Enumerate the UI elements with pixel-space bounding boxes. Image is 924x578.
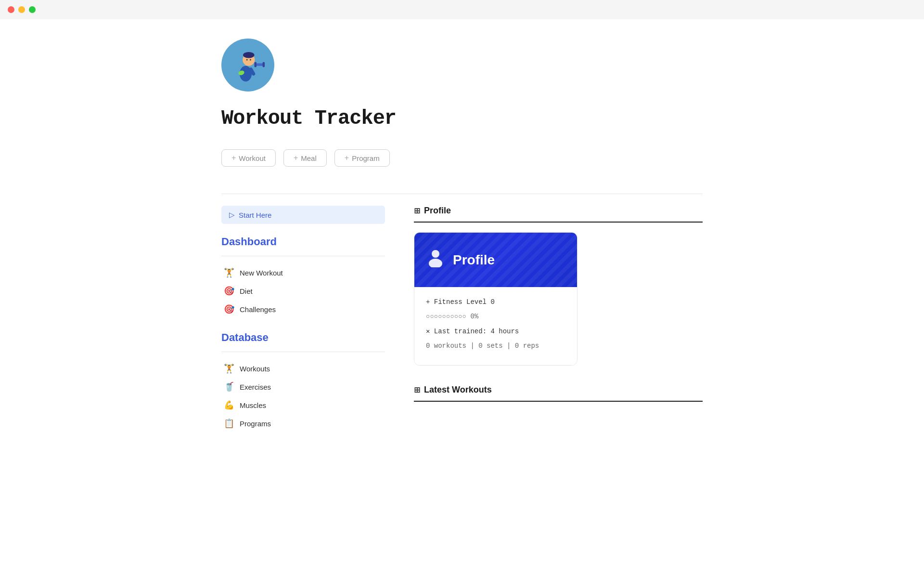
database-title: Database <box>221 331 385 344</box>
play-icon: ▷ <box>229 210 235 219</box>
sidebar: ▷ Start Here Dashboard 🏋 New Workout 🎯 D… <box>221 206 385 433</box>
plus-icon: + <box>294 154 298 162</box>
sidebar-item-diet[interactable]: 🎯 Diet <box>221 282 385 300</box>
right-content: ⊞ Profile Profile + Fitness Level 0 <box>414 206 703 433</box>
profile-section-label: Profile <box>424 206 451 216</box>
workout-stats: 0 workouts | 0 sets | 0 reps <box>426 341 565 351</box>
page-title: Workout Tracker <box>221 107 703 130</box>
profile-card-header: Profile <box>414 233 577 287</box>
sidebar-divider-1 <box>221 256 385 256</box>
close-button[interactable] <box>8 6 14 13</box>
sidebar-item-new-workout[interactable]: 🏋 New Workout <box>221 264 385 281</box>
minimize-button[interactable] <box>18 6 25 13</box>
divider <box>221 194 703 194</box>
dashboard-title: Dashboard <box>221 236 385 248</box>
profile-section-header: ⊞ Profile <box>414 206 703 223</box>
main-content: Workout Tracker + Workout + Meal + Progr… <box>125 0 799 462</box>
content-columns: ▷ Start Here Dashboard 🏋 New Workout 🎯 D… <box>221 206 703 433</box>
fitness-level: + Fitness Level 0 <box>426 297 565 307</box>
svg-point-9 <box>246 59 248 61</box>
programs-icon: 📋 <box>223 418 235 429</box>
latest-workouts-header: ⊞ Latest Workouts <box>414 385 703 402</box>
profile-card-body: + Fitness Level 0 ○○○○○○○○○○ 0% ✕ Last t… <box>414 287 577 365</box>
svg-point-10 <box>250 59 251 61</box>
titlebar <box>0 0 924 19</box>
progress-dots: ○○○○○○○○○○ 0% <box>426 311 565 322</box>
add-workout-button[interactable]: + Workout <box>221 149 276 167</box>
sidebar-item-programs[interactable]: 📋 Programs <box>221 415 385 432</box>
challenges-icon: 🎯 <box>223 304 235 315</box>
sidebar-item-exercises[interactable]: 🥤 Exercises <box>221 378 385 395</box>
last-trained: ✕ Last trained: 4 hours <box>426 326 565 337</box>
svg-point-12 <box>429 259 442 267</box>
add-program-button[interactable]: + Program <box>334 149 390 167</box>
quick-actions: + Workout + Meal + Program <box>221 149 703 178</box>
profile-avatar-icon <box>426 248 445 272</box>
muscles-icon: 💪 <box>223 400 235 410</box>
plus-icon: + <box>231 154 236 162</box>
start-here-button[interactable]: ▷ Start Here <box>221 206 385 224</box>
grid-icon: ⊞ <box>414 206 420 215</box>
svg-rect-8 <box>263 62 265 67</box>
latest-workouts-label: Latest Workouts <box>424 385 492 395</box>
sidebar-item-challenges[interactable]: 🎯 Challenges <box>221 301 385 318</box>
profile-card-title: Profile <box>453 252 495 268</box>
sidebar-item-workouts[interactable]: 🏋 Workouts <box>221 360 385 377</box>
diet-icon: 🎯 <box>223 286 235 296</box>
profile-card[interactable]: Profile + Fitness Level 0 ○○○○○○○○○○ 0% … <box>414 232 578 366</box>
add-meal-button[interactable]: + Meal <box>283 149 327 167</box>
header-avatar <box>221 39 274 92</box>
grid-icon-2: ⊞ <box>414 385 420 394</box>
maximize-button[interactable] <box>29 6 36 13</box>
workouts-db-icon: 🏋 <box>223 363 235 374</box>
workout-icon: 🏋 <box>223 267 235 278</box>
svg-rect-7 <box>255 62 257 67</box>
exercises-icon: 🥤 <box>223 381 235 392</box>
sidebar-divider-2 <box>221 352 385 352</box>
svg-point-4 <box>243 52 254 58</box>
plus-icon: + <box>345 154 349 162</box>
svg-point-11 <box>432 250 439 258</box>
sidebar-item-muscles[interactable]: 💪 Muscles <box>221 396 385 414</box>
